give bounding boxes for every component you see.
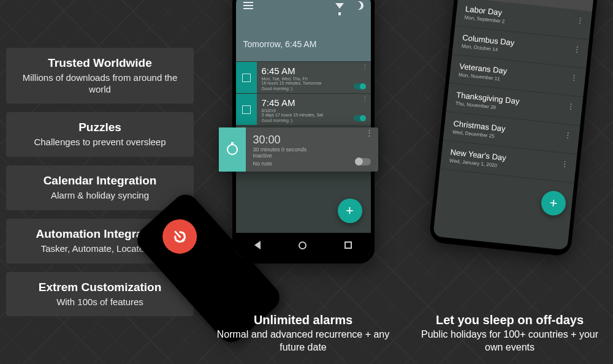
middle-caption: Unlimited alarms Normal and advanced rec… [200, 313, 406, 354]
caption-sub: Normal and advanced recurrence + any fut… [207, 328, 399, 354]
feature-sub: With 100s of features [16, 297, 184, 308]
more-icon[interactable]: ⋮ [570, 75, 578, 80]
timer-status: Inactive [253, 153, 371, 159]
phone-mockup-offdays: Off days ⋮ Labor Day Mon, September 2 ⋮ … [428, 0, 599, 257]
more-icon[interactable]: ⋮ [562, 162, 569, 166]
alarm-toggle[interactable] [354, 115, 366, 121]
alarm-app-header: Tomorrow, 6:45 AM [236, 0, 371, 61]
feature-sub: Alarm & holiday syncing [16, 190, 184, 202]
repeat-icon [236, 94, 257, 125]
feature-sub: Challenges to prevent oversleep [16, 137, 184, 148]
filter-icon[interactable] [335, 3, 344, 9]
more-icon[interactable]: ⋮ [576, 18, 584, 23]
more-icon[interactable]: ⋮ [573, 47, 581, 51]
back-icon[interactable] [254, 241, 261, 249]
recents-icon[interactable] [345, 241, 352, 249]
timer-card[interactable]: ⋮ 30:00 30 minutes 0 seconds Inactive No… [219, 127, 378, 172]
feature-title: Puzzles [16, 121, 184, 134]
night-mode-icon[interactable] [355, 1, 364, 10]
alarm-note: Good morning :) [262, 118, 366, 123]
more-icon[interactable]: ⋮ [365, 131, 373, 135]
alarm-row[interactable]: ⋮ 6:45 AM Mon, Tue, Wed, Thu, Fri 16 hou… [236, 61, 371, 93]
alarm-time: 6:45 AM [262, 66, 366, 76]
android-navbar [236, 233, 371, 257]
more-icon[interactable]: ⋮ [362, 66, 367, 69]
timer-note: No note [253, 161, 371, 167]
more-icon[interactable]: ⋮ [568, 104, 576, 108]
right-caption: Let you sleep on off-days Public holiday… [406, 313, 613, 354]
feature-title: Calendar Integration [16, 174, 184, 188]
caption-title: Let you sleep on off-days [414, 313, 606, 327]
alarm-row[interactable]: ⋮ 7:45 AM 8/10/19 3 days 17 hours 15 min… [236, 93, 371, 125]
stopwatch-icon [219, 127, 246, 172]
alarm-note: Good morning :) [262, 86, 366, 91]
menu-icon[interactable] [243, 2, 253, 9]
feature-card: Puzzles Challenges to prevent oversleep [6, 112, 194, 157]
caption-sub: Public holidays for 100+ countries + you… [414, 328, 606, 354]
more-icon[interactable]: ⋮ [565, 133, 573, 137]
alarm-days: 8/10/19 [262, 108, 366, 113]
add-offday-button[interactable]: + [540, 190, 567, 217]
timer-toggle[interactable] [355, 158, 371, 165]
alarm-days: Mon, Tue, Wed, Thu, Fri [262, 77, 366, 81]
alarm-toggle[interactable] [354, 83, 366, 89]
alarm-countdown: 16 hours 15 minutes, Tomorrow [262, 81, 366, 85]
feature-column: Trusted Worldwide Millions of downloads … [0, 0, 200, 364]
alarm-time: 7:45 AM [262, 97, 366, 108]
timer-time: 30:00 [253, 134, 371, 146]
feature-title: Extrem Customization [16, 281, 184, 294]
add-alarm-button[interactable]: + [338, 199, 362, 223]
more-icon[interactable]: ⋮ [362, 97, 367, 101]
home-icon[interactable] [299, 241, 306, 249]
middle-panel: Tomorrow, 6:45 AM ⋮ 6:45 AM Mon, Tue, We… [200, 0, 406, 364]
alarm-stop-icon: ⏻ [156, 212, 204, 260]
right-panel: Off days ⋮ Labor Day Mon, September 2 ⋮ … [406, 0, 613, 364]
feature-card: Trusted Worldwide Millions of downloads … [6, 48, 194, 104]
caption-title: Unlimited alarms [207, 313, 399, 327]
phone-mockup-alarms: Tomorrow, 6:45 AM ⋮ 6:45 AM Mon, Tue, We… [232, 0, 375, 264]
alarm-countdown: 3 days 17 hours 15 minutes, Sat [262, 113, 366, 117]
timer-detail: 30 minutes 0 seconds [253, 146, 371, 153]
feature-card: Extrem Customization With 100s of featur… [6, 272, 194, 317]
next-alarm-label: Tomorrow, 6:45 AM [243, 39, 364, 49]
feature-card: Calendar Integration Alarm & holiday syn… [6, 165, 194, 210]
repeat-icon [236, 62, 257, 93]
feature-title: Trusted Worldwide [16, 56, 184, 70]
feature-sub: Millions of downloads from around the wo… [16, 72, 184, 96]
